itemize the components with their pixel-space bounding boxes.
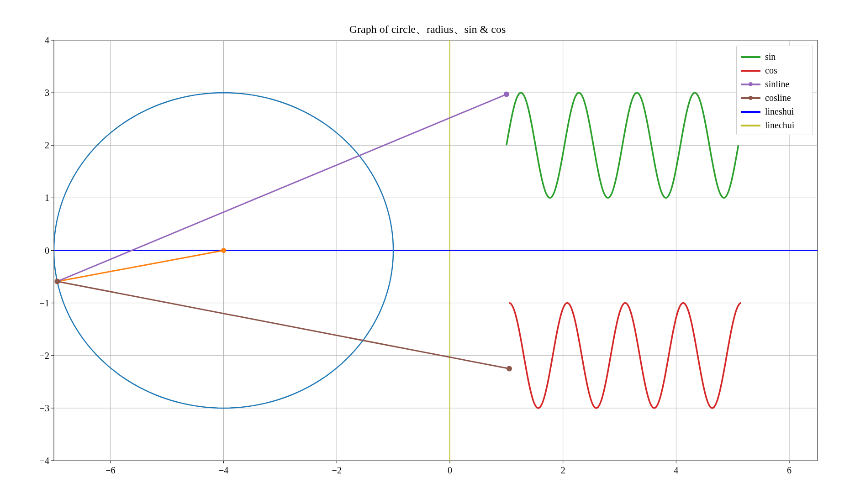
y-tick-label: 1 — [34, 193, 49, 203]
y-tick-label: −3 — [34, 403, 49, 413]
legend-item: lineshui — [741, 105, 808, 118]
legend-label: lineshui — [765, 106, 794, 117]
x-tick-label: 4 — [674, 465, 678, 476]
legend-swatch — [741, 52, 760, 61]
chart-title: Graph of circle、radius、sin & cos — [0, 22, 855, 37]
x-tick-label: −6 — [106, 465, 115, 476]
plot-area — [0, 0, 855, 504]
y-tick-label: 0 — [34, 245, 49, 256]
radius-line — [57, 251, 223, 282]
y-tick-label: 4 — [34, 35, 49, 46]
x-tick-label: −4 — [219, 465, 228, 476]
legend-label: linechui — [765, 120, 794, 131]
legend-marker-icon — [749, 96, 753, 100]
y-tick-label: −1 — [34, 298, 49, 308]
legend-swatch — [741, 121, 760, 130]
legend-swatch — [741, 93, 760, 102]
legend-label: cos — [765, 65, 777, 76]
legend-swatch — [741, 107, 760, 116]
legend-item: sin — [741, 50, 808, 63]
y-tick-label: 2 — [34, 140, 49, 151]
x-tick-label: 2 — [561, 465, 565, 476]
x-tick-label: 0 — [448, 465, 452, 476]
legend-item: linechui — [741, 118, 808, 132]
legend-item: cos — [741, 63, 808, 77]
cosline-marker-end-icon — [507, 366, 512, 372]
y-tick-label: 3 — [34, 88, 49, 98]
x-tick-label: −2 — [332, 465, 342, 476]
legend-label: cosline — [765, 93, 791, 103]
x-tick-label: 6 — [787, 465, 792, 476]
legend-swatch — [741, 79, 760, 89]
cosline-marker-start-icon — [54, 278, 60, 284]
legend-item: cosline — [741, 91, 808, 105]
y-tick-label: −2 — [34, 350, 49, 361]
legend: sincossinlinecoslinelineshuilinechui — [736, 46, 813, 135]
legend-label: sinline — [765, 79, 789, 89]
y-tick-label: −4 — [34, 456, 49, 466]
legend-label: sin — [765, 52, 776, 62]
radius-marker — [221, 248, 226, 253]
legend-item: sinline — [741, 77, 808, 91]
sinline-marker-icon — [504, 92, 509, 97]
chart-figure: Graph of circle、radius、sin & cos sincoss… — [0, 0, 855, 504]
legend-swatch — [741, 66, 760, 75]
legend-marker-icon — [749, 82, 753, 86]
